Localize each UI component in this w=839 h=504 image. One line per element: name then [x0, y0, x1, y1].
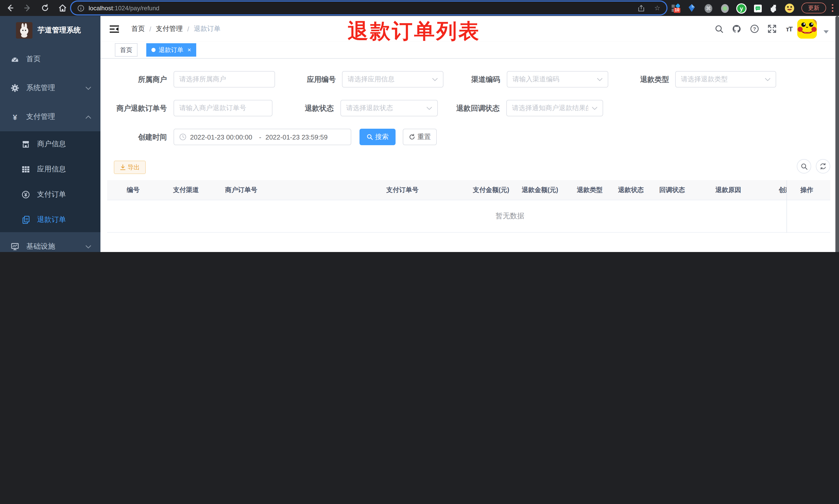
- refund-type-label: 退款类型: [605, 71, 669, 88]
- channel-select[interactable]: 请输入渠道编码: [507, 71, 608, 88]
- page-scrollbar[interactable]: [835, 16, 839, 252]
- dashboard-icon: [11, 55, 19, 63]
- breadcrumb-separator: /: [149, 25, 151, 33]
- refund-type-select[interactable]: 请选择退款类型: [675, 71, 776, 88]
- col-callback-status: 回调状态: [659, 180, 685, 200]
- navbar: 首页 / 支付管理 / 退款订单 ?: [101, 16, 839, 42]
- breadcrumb-current: 退款订单: [194, 24, 221, 34]
- url-path: :1024/pay/refund: [113, 4, 159, 12]
- extension-grid-icon[interactable]: 10: [670, 3, 681, 14]
- caret-down-icon[interactable]: [821, 27, 831, 37]
- share-icon[interactable]: [638, 4, 645, 12]
- collapse-sidebar-icon[interactable]: [110, 24, 119, 34]
- page-annotation: 退款订单列表: [347, 21, 481, 41]
- sidebar-item-pay[interactable]: ¥ 支付管理: [0, 103, 101, 131]
- command-extension-icon[interactable]: ⌘: [702, 3, 714, 14]
- emoji-extension-icon[interactable]: [784, 3, 795, 14]
- date-separator: -: [259, 133, 262, 141]
- help-icon[interactable]: ?: [750, 24, 759, 34]
- channel-label: 渠道编码: [435, 71, 500, 88]
- app-select[interactable]: 请选择应用信息: [342, 71, 444, 88]
- back-icon[interactable]: [5, 3, 15, 13]
- document-copy-icon: [22, 215, 30, 224]
- home-icon[interactable]: [58, 3, 68, 13]
- col-actions: 操作: [800, 180, 813, 200]
- sidebar-item-pay-order[interactable]: 支付订单: [0, 182, 101, 207]
- screen: localhost:1024/pay/refund ☆ 10 ⌘ y: [0, 0, 839, 252]
- date-start[interactable]: 2022-01-23 00:00:00: [190, 133, 255, 141]
- sidebar: 芋道管理系统 首页 系统管理 ¥ 支付管理: [0, 16, 101, 252]
- create-time-label: 创建时间: [101, 129, 167, 145]
- sidebar-item-merchant-info[interactable]: 商户信息: [0, 131, 101, 157]
- sidebar-item-label: 首页: [26, 55, 41, 64]
- download-icon: [120, 164, 125, 170]
- y-extension-icon[interactable]: y: [735, 3, 747, 14]
- extension-badge: 10: [674, 8, 680, 13]
- reload-icon[interactable]: [40, 3, 50, 13]
- pay-submenu: 商户信息 应用信息 支付订单: [0, 131, 101, 232]
- app-label: 应用编号: [270, 71, 336, 88]
- date-range-picker[interactable]: 2022-01-23 00:00:00 - 2022-01-23 23:59:5…: [174, 129, 351, 145]
- col-id: 编号: [127, 180, 140, 200]
- tab-refund-order[interactable]: 退款订单 ×: [146, 43, 196, 57]
- notify-status-label: 退款回调状态: [425, 100, 500, 116]
- notify-status-select[interactable]: 请选择通知商户退款结果的: [506, 100, 603, 116]
- site-info-icon[interactable]: [77, 4, 85, 12]
- address-bar[interactable]: localhost:1024/pay/refund ☆: [71, 2, 666, 14]
- yen-icon: ¥: [11, 112, 19, 121]
- reset-button[interactable]: 重置: [403, 129, 437, 145]
- fullscreen-icon[interactable]: [767, 24, 777, 34]
- sidebar-item-app-info[interactable]: 应用信息: [0, 157, 101, 182]
- font-size-icon[interactable]: тT: [784, 24, 794, 34]
- tab-home[interactable]: 首页: [115, 43, 138, 57]
- col-pay-order-no: 支付订单号: [386, 180, 418, 200]
- breadcrumb: 首页 / 支付管理 / 退款订单: [131, 16, 221, 42]
- merchant-refund-no-input[interactable]: 请输入商户退款订单号: [174, 100, 272, 116]
- search-icon[interactable]: [714, 24, 724, 34]
- sidebar-item-label: 基础设施: [26, 242, 55, 251]
- col-create-time: 创建时间: [779, 180, 786, 200]
- gear-icon: [11, 84, 19, 92]
- shop-icon: [22, 140, 30, 148]
- forward-icon[interactable]: [23, 3, 33, 13]
- grid-icon: [22, 165, 30, 173]
- refresh-button[interactable]: [816, 159, 830, 174]
- sidebar-item-label: 退款订单: [37, 215, 66, 224]
- sidebar-item-infra[interactable]: 基础设施: [0, 232, 101, 252]
- sidebar-item-system[interactable]: 系统管理: [0, 74, 101, 103]
- page-content: 所属商户 请选择所属商户 应用编号 请选择应用信息 渠道编码 请输入渠道编码 退…: [101, 59, 839, 252]
- active-dot: [151, 48, 156, 52]
- refund-status-select[interactable]: 请选择退款状态: [340, 100, 438, 116]
- show-search-button[interactable]: [797, 159, 811, 174]
- col-refund-reason: 退款原因: [715, 180, 741, 200]
- search-button[interactable]: 搜索: [359, 129, 395, 145]
- github-icon[interactable]: [732, 24, 741, 34]
- bookmark-star-icon[interactable]: ☆: [654, 5, 660, 11]
- sidebar-item-refund-order[interactable]: 退款订单: [0, 207, 101, 232]
- merchant-label: 所属商户: [101, 71, 167, 88]
- breadcrumb-home[interactable]: 首页: [131, 24, 145, 34]
- coin-icon: [22, 190, 30, 198]
- close-icon[interactable]: ×: [188, 47, 191, 53]
- chevron-up-icon: [86, 115, 91, 119]
- avatar[interactable]: [797, 19, 817, 39]
- table-header: 编号 支付渠道 商户订单号 支付订单号 支付金额(元) 退款金额(元) 退款类型…: [107, 180, 830, 200]
- sidebar-item-label: 支付管理: [26, 112, 55, 122]
- browser-menu-icon[interactable]: [830, 3, 834, 13]
- kite-extension-icon[interactable]: [686, 3, 697, 14]
- svg-text:y: y: [739, 5, 743, 12]
- table-body: 暂无数据: [107, 200, 830, 233]
- breadcrumb-pay[interactable]: 支付管理: [156, 24, 183, 34]
- sidebar-item-home[interactable]: 首页: [0, 45, 101, 74]
- puzzle-extensions-icon[interactable]: [768, 3, 780, 14]
- date-end[interactable]: 2022-01-23 23:59:59: [266, 133, 331, 141]
- chat-extension-icon[interactable]: [752, 3, 763, 14]
- export-button[interactable]: 导出: [114, 161, 146, 174]
- chevron-down-icon: [86, 245, 91, 248]
- chevron-down-icon: [592, 106, 597, 110]
- refund-status-label: 退款状态: [270, 100, 334, 116]
- update-button[interactable]: 更新: [801, 3, 826, 13]
- circle-extension-icon[interactable]: [719, 3, 730, 14]
- sidebar-logo-row[interactable]: 芋道管理系统: [0, 16, 101, 45]
- merchant-select[interactable]: 请选择所属商户: [174, 71, 275, 88]
